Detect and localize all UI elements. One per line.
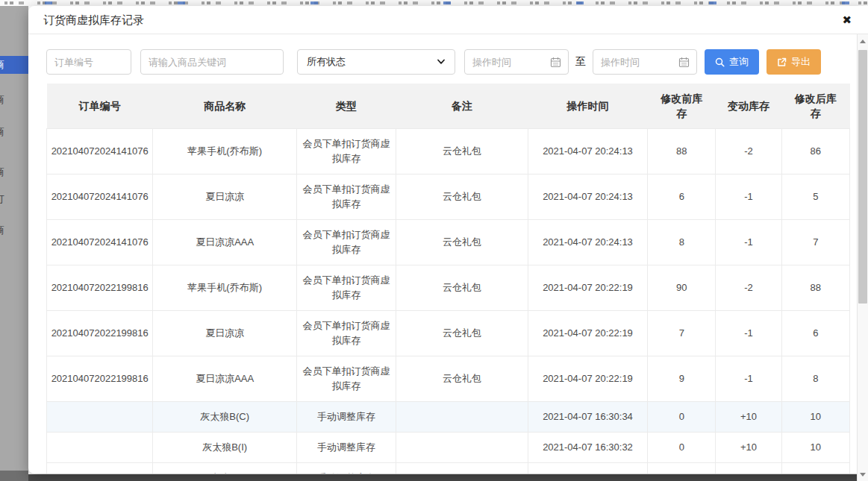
table-cell: 灰太狼B(C) xyxy=(153,402,297,433)
table-cell: -2 xyxy=(716,265,781,311)
table-cell: 苹果手机(乔布斯) xyxy=(153,129,297,175)
column-header: 操作时间 xyxy=(528,84,647,129)
order-number-input[interactable] xyxy=(46,49,131,75)
table-cell: 夏日凉凉 xyxy=(153,175,297,220)
table-cell: 会员下单扣订货商虚拟库存 xyxy=(296,175,396,220)
table-cell: 88 xyxy=(648,129,716,175)
background-sidebar-item-selected: 商 xyxy=(0,56,28,74)
table-cell: 202104072022199816 xyxy=(47,311,153,356)
date-start-input[interactable] xyxy=(464,49,569,75)
inventory-record-modal: 订货商虚拟库存记录 所有状态 xyxy=(28,6,868,474)
table-cell: 2021-04-07 20:22:19 xyxy=(528,265,647,311)
column-header: 备注 xyxy=(396,84,528,129)
calendar-icon xyxy=(550,57,561,68)
table-cell xyxy=(47,402,153,433)
search-icon xyxy=(715,57,725,67)
background-sidebar-item: 商 xyxy=(0,224,17,237)
scroll-up-icon[interactable] xyxy=(858,36,868,48)
chevron-down-icon xyxy=(437,59,446,65)
table-cell: 夏日凉凉AAA xyxy=(153,356,297,402)
table-cell: 202104072024141076 xyxy=(47,220,153,265)
table-cell: 0 xyxy=(648,463,716,474)
table-cell: +10 xyxy=(716,402,781,433)
table-cell: 会员下单扣订货商虚拟库存 xyxy=(296,129,396,175)
background-sidebar-item: 商 xyxy=(0,125,17,139)
query-button[interactable]: 查询 xyxy=(705,49,759,75)
table-cell: 云仓礼包 xyxy=(396,220,528,265)
table-cell: +10 xyxy=(716,433,781,463)
table-cell: -1 xyxy=(716,175,781,220)
table-cell: 2021-04-07 20:24:13 xyxy=(528,129,647,175)
column-header: 类型 xyxy=(296,84,396,129)
table-cell: 5 xyxy=(781,175,849,220)
range-separator: 至 xyxy=(575,55,586,69)
calendar-icon xyxy=(678,57,690,68)
table-row: 灰太狼B(E)手动调整库存2021-04-07 16:30:310+1010 xyxy=(47,463,850,474)
table-cell: 202104072022199816 xyxy=(47,265,153,311)
table-cell: 10 xyxy=(781,463,849,474)
table-cell: 2021-04-07 20:24:13 xyxy=(528,220,647,265)
table-header-row: 订单编号商品名称类型备注操作时间修改前库存变动库存修改后库存 xyxy=(47,84,850,129)
table-cell: 会员下单扣订货商虚拟库存 xyxy=(296,265,396,311)
table-cell: 2021-04-07 20:24:13 xyxy=(528,175,647,220)
table-cell: 云仓礼包 xyxy=(396,265,528,311)
table-row: 灰太狼B(C)手动调整库存2021-04-07 16:30:340+1010 xyxy=(47,402,850,433)
background-clipped-links xyxy=(45,1,868,4)
table-cell xyxy=(47,463,153,474)
table-row: 202104072024141076苹果手机(乔布斯)会员下单扣订货商虚拟库存云… xyxy=(47,129,850,175)
table-cell: 灰太狼B(E) xyxy=(153,463,297,474)
table-cell: 86 xyxy=(781,129,849,175)
export-icon xyxy=(777,57,787,67)
background-top-strip xyxy=(0,0,868,6)
table-cell xyxy=(396,463,528,474)
column-header: 修改后库存 xyxy=(781,84,849,129)
background-sidebar-item: 商 xyxy=(0,93,17,107)
table-row: 202104072022199816苹果手机(乔布斯)会员下单扣订货商虚拟库存云… xyxy=(47,265,850,311)
table-cell: 9 xyxy=(648,356,716,402)
date-end-input[interactable] xyxy=(593,49,697,75)
status-select[interactable]: 所有状态 xyxy=(297,49,455,75)
vertical-scrollbar[interactable] xyxy=(857,34,868,481)
date-end-field[interactable] xyxy=(593,57,678,68)
table-cell xyxy=(396,402,528,433)
export-button[interactable]: 导出 xyxy=(766,49,821,75)
scrollbar-thumb[interactable] xyxy=(858,50,867,304)
background-bottom-bar xyxy=(28,474,857,481)
column-header: 商品名称 xyxy=(153,84,297,129)
table-cell: -2 xyxy=(716,129,781,175)
table-cell: +10 xyxy=(716,463,781,474)
table-row: 202104072022199816夏日凉凉AAA会员下单扣订货商虚拟库存云仓礼… xyxy=(47,356,850,402)
modal-title: 订货商虚拟库存记录 xyxy=(43,13,144,26)
modal-body: 所有状态 至 xyxy=(28,34,868,474)
table-cell: 7 xyxy=(648,311,716,356)
table-cell xyxy=(47,433,153,463)
table-cell: 云仓礼包 xyxy=(396,175,528,220)
table-cell: 2021-04-07 16:30:32 xyxy=(528,433,647,463)
table-row: 202104072024141076夏日凉凉会员下单扣订货商虚拟库存云仓礼包20… xyxy=(47,175,850,220)
table-cell: 8 xyxy=(648,220,716,265)
table-cell: 2021-04-07 20:22:19 xyxy=(528,356,647,402)
table-cell: 8 xyxy=(781,356,849,402)
table-cell: 2021-04-07 16:30:34 xyxy=(528,402,647,433)
table-cell: 6 xyxy=(781,311,849,356)
inventory-table: 订单编号商品名称类型备注操作时间修改前库存变动库存修改后库存 202104072… xyxy=(46,84,850,474)
table-cell: 0 xyxy=(648,402,716,433)
table-cell: -1 xyxy=(716,311,781,356)
keyword-input[interactable] xyxy=(140,49,284,75)
table-cell: 7 xyxy=(781,220,849,265)
background-sidebar-item: 商 xyxy=(0,166,17,179)
close-icon[interactable]: ✖ xyxy=(842,6,852,34)
scroll-down-icon[interactable] xyxy=(858,468,868,480)
inventory-table-body: 202104072024141076苹果手机(乔布斯)会员下单扣订货商虚拟库存云… xyxy=(47,129,850,474)
table-cell: 灰太狼B(I) xyxy=(153,433,297,463)
table-cell: 6 xyxy=(648,175,716,220)
column-header: 修改前库存 xyxy=(648,84,716,129)
table-cell: 云仓礼包 xyxy=(396,129,528,175)
column-header: 变动库存 xyxy=(716,84,781,129)
status-select-value: 所有状态 xyxy=(307,55,346,69)
table-cell: 手动调整库存 xyxy=(296,433,396,463)
table-cell: 云仓礼包 xyxy=(396,356,528,402)
date-start-field[interactable] xyxy=(465,57,550,68)
table-cell: 夏日凉凉 xyxy=(153,311,297,356)
table-cell: -1 xyxy=(716,220,781,265)
